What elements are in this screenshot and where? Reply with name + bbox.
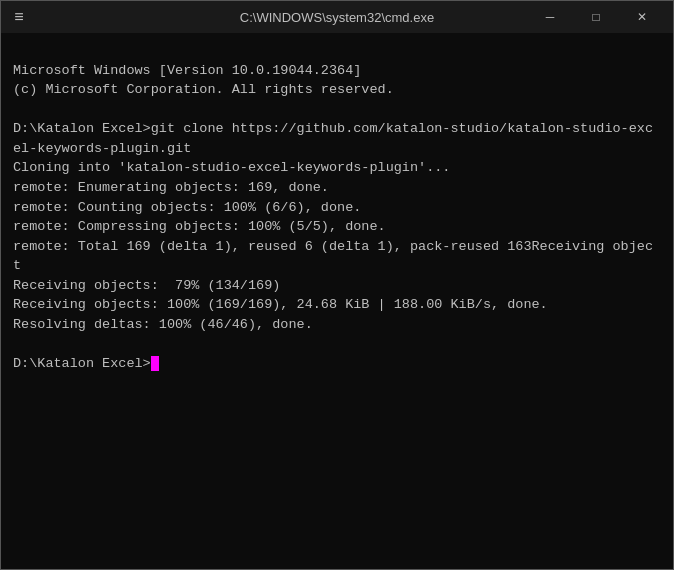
hamburger-icon[interactable]: ≡ [9, 8, 29, 26]
maximize-button[interactable]: □ [573, 1, 619, 33]
window-title: C:\WINDOWS\system32\cmd.exe [240, 10, 434, 25]
terminal-output[interactable]: Microsoft Windows [Version 10.0.19044.23… [1, 33, 673, 569]
minimize-button[interactable]: ─ [527, 1, 573, 33]
title-bar-controls: ─ □ ✕ [527, 1, 665, 33]
cmd-window: ≡ C:\WINDOWS\system32\cmd.exe ─ □ ✕ Micr… [0, 0, 674, 570]
close-button[interactable]: ✕ [619, 1, 665, 33]
cursor [151, 356, 159, 371]
title-bar-left: ≡ [9, 8, 29, 26]
title-bar: ≡ C:\WINDOWS\system32\cmd.exe ─ □ ✕ [1, 1, 673, 33]
